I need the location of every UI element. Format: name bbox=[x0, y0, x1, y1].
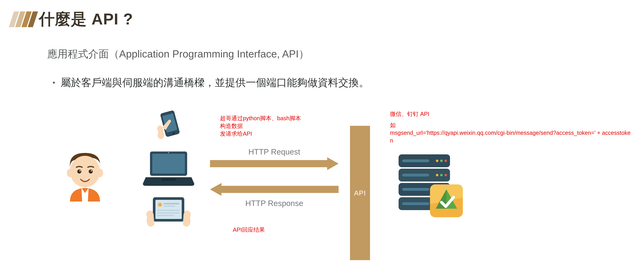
svg-point-37 bbox=[444, 174, 447, 176]
hands-tablet-icon bbox=[146, 194, 192, 229]
svg-point-2 bbox=[97, 169, 103, 177]
svg-rect-30 bbox=[402, 188, 429, 191]
bullet-dot-icon bbox=[53, 82, 55, 84]
svg-point-3 bbox=[77, 169, 81, 173]
svg-point-6 bbox=[91, 170, 92, 171]
svg-point-0 bbox=[70, 156, 100, 187]
svg-rect-31 bbox=[402, 202, 429, 205]
annotation-api-examples: 微信、钉钉 API 如 msgsend_url='https://qyapi.w… bbox=[390, 110, 633, 144]
request-response-arrows: HTTP Request HTTP Response bbox=[210, 147, 338, 208]
svg-point-5 bbox=[80, 170, 80, 171]
slide-title-row: 什麼是 API ? bbox=[12, 9, 133, 30]
annotation-line: msgsend_url='https://qyapi.weixin.qq.com… bbox=[390, 129, 633, 144]
server-check-icon bbox=[394, 151, 464, 221]
slide-subtitle: 應用程式介面（Application Programming Interface… bbox=[47, 47, 309, 61]
svg-point-34 bbox=[444, 159, 447, 162]
svg-rect-29 bbox=[402, 174, 429, 176]
api-diagram: 超哥通过python脚本、bash脚本 构造数据 发请求给API HTTP Re… bbox=[47, 110, 638, 267]
svg-point-35 bbox=[436, 174, 438, 176]
laptop-icon bbox=[143, 150, 194, 186]
svg-point-1 bbox=[67, 169, 73, 177]
client-devices-column bbox=[138, 110, 198, 229]
svg-rect-13 bbox=[162, 179, 176, 181]
annotation-line: 如 bbox=[390, 121, 633, 129]
annotation-api-response: API回应结果 bbox=[233, 226, 265, 233]
annotation-line: 构造数据 bbox=[220, 122, 327, 130]
svg-rect-20 bbox=[157, 212, 180, 213]
annotation-line: 发请求给API bbox=[220, 130, 327, 138]
slide-title: 什麼是 API ? bbox=[39, 9, 133, 30]
svg-marker-22 bbox=[210, 157, 338, 170]
svg-rect-21 bbox=[157, 215, 174, 216]
svg-point-36 bbox=[440, 174, 443, 176]
annotation-line: 微信、钉钉 API bbox=[390, 110, 633, 118]
svg-rect-17 bbox=[164, 203, 179, 204]
svg-point-33 bbox=[440, 159, 443, 162]
http-request-label: HTTP Request bbox=[210, 147, 338, 156]
arrow-left-icon bbox=[210, 183, 338, 196]
title-slash-decoration bbox=[12, 12, 36, 27]
annotation-line: 超哥通过python脚本、bash脚本 bbox=[220, 114, 327, 122]
annotation-client-script: 超哥通过python脚本、bash脚本 构造数据 发请求给API bbox=[220, 114, 327, 138]
svg-marker-23 bbox=[210, 183, 338, 196]
api-column-label: API bbox=[354, 189, 366, 197]
svg-point-12 bbox=[168, 152, 169, 153]
boy-avatar-icon bbox=[64, 150, 106, 201]
api-column: API bbox=[350, 126, 370, 260]
hand-phone-icon bbox=[154, 110, 183, 141]
svg-rect-19 bbox=[157, 210, 180, 211]
svg-rect-11 bbox=[152, 154, 185, 173]
svg-rect-28 bbox=[402, 159, 429, 162]
bullet-row: 屬於客戶端與伺服端的溝通橋樑，並提供一個端口能夠做資料交換。 bbox=[53, 76, 369, 90]
svg-point-16 bbox=[158, 203, 162, 207]
bullet-text: 屬於客戶端與伺服端的溝通橋樑，並提供一個端口能夠做資料交換。 bbox=[60, 76, 369, 90]
svg-point-4 bbox=[89, 169, 93, 173]
http-response-label: HTTP Response bbox=[210, 199, 338, 208]
svg-rect-18 bbox=[164, 205, 175, 207]
arrow-right-icon bbox=[210, 157, 338, 170]
svg-point-32 bbox=[436, 159, 438, 162]
